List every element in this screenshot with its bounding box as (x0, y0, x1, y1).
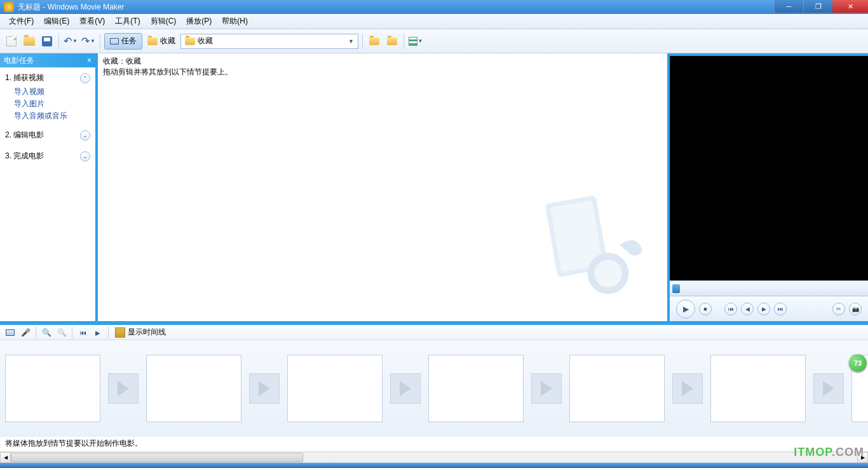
next-clip-button[interactable]: ⏭ (774, 303, 787, 315)
show-timeline-label: 显示时间线 (128, 327, 166, 338)
task-section-title: 2. 编辑电影 (5, 130, 44, 141)
clip-placeholder[interactable] (569, 355, 665, 422)
play-storyboard-button[interactable] (92, 326, 104, 339)
task-section-capture: 1. 捕获视频 ⌃ 导入视频 导入图片 导入音频或音乐 (0, 67, 95, 125)
collections-toggle-button[interactable]: 收藏 (145, 36, 178, 46)
play-button[interactable]: ▶ (676, 299, 695, 319)
task-import-picture[interactable]: 导入图片 (14, 98, 90, 110)
menu-file[interactable]: 文件(F) (4, 15, 39, 28)
svg-point-3 (594, 259, 621, 287)
next-frame-button[interactable]: ▶ (757, 303, 770, 315)
close-button[interactable]: ✕ (832, 0, 868, 13)
collection-hint: 拖动剪辑并将其放到以下情节提要上。 (98, 67, 667, 80)
up-level-button[interactable] (367, 34, 382, 49)
transition-placeholder[interactable] (672, 373, 703, 404)
menu-clip[interactable]: 剪辑(C) (146, 15, 182, 28)
seek-bar[interactable] (670, 280, 868, 296)
collection-dropdown[interactable]: 收藏 ▼ (180, 34, 358, 49)
rewind-icon (79, 328, 86, 337)
transition-placeholder[interactable] (108, 373, 139, 404)
tasks-toggle-button[interactable]: 任务 (104, 33, 142, 50)
clip-placeholder[interactable] (146, 355, 241, 422)
task-section-header[interactable]: 1. 捕获视频 ⌃ (5, 70, 90, 86)
task-section-header[interactable]: 3. 完成电影 ⌄ (5, 148, 90, 164)
view-mode-button[interactable]: ▼ (408, 34, 423, 49)
prev-frame-button[interactable]: ◀ (741, 303, 754, 315)
clip-placeholder[interactable] (710, 355, 806, 422)
save-icon (42, 36, 52, 46)
redo-icon (81, 35, 90, 47)
prev-clip-button[interactable]: ⏮ (724, 303, 737, 315)
split-clip-button[interactable]: ✂ (832, 303, 845, 315)
collection-pane: 收藏：收藏 拖动剪辑并将其放到以下情节提要上。 (95, 53, 667, 321)
task-section-header[interactable]: 2. 编辑电影 ⌄ (5, 127, 90, 143)
windows-taskbar (0, 463, 868, 468)
main-content: 电影任务 × 1. 捕获视频 ⌃ 导入视频 导入图片 导入音频或音乐 2. 编辑… (0, 53, 868, 321)
folder-new-icon (387, 38, 397, 45)
save-button[interactable] (39, 34, 55, 49)
task-section-edit: 2. 编辑电影 ⌄ (0, 125, 95, 146)
menu-play[interactable]: 播放(P) (181, 15, 217, 28)
transition-placeholder[interactable] (390, 373, 421, 404)
expand-icon: ⌄ (80, 130, 90, 141)
dropdown-arrow-icon: ▼ (348, 38, 354, 45)
menu-tools[interactable]: 工具(T) (110, 15, 145, 28)
task-import-audio[interactable]: 导入音频或音乐 (14, 110, 90, 122)
play-icon (541, 381, 552, 396)
storyboard-toggle-button[interactable] (4, 326, 17, 339)
notification-badge[interactable]: 73 (849, 354, 867, 372)
play-icon (118, 381, 129, 396)
close-pane-button[interactable]: × (87, 56, 92, 65)
expand-icon: ⌄ (80, 151, 90, 162)
transition-placeholder[interactable] (813, 373, 844, 404)
task-import-video[interactable]: 导入视频 (14, 86, 90, 98)
transition-placeholder[interactable] (249, 373, 280, 404)
show-timeline-button[interactable]: 显示时间线 (112, 327, 168, 338)
open-button[interactable] (22, 34, 37, 49)
film-reel-icon (534, 188, 648, 302)
watermark-text: ITMOP.COM (794, 446, 864, 458)
toolbar: ▼ ▼ 任务 收藏 收藏 ▼ ▼ (0, 29, 868, 53)
transition-placeholder[interactable] (531, 373, 562, 404)
folder-up-icon (369, 38, 379, 45)
stop-button[interactable]: ■ (699, 303, 712, 315)
play-icon (400, 381, 411, 396)
storyboard-toolbar: 🎤 显示时间线 (0, 325, 868, 340)
redo-button[interactable]: ▼ (81, 34, 96, 49)
narrate-button[interactable]: 🎤 (19, 326, 32, 339)
menu-view[interactable]: 查看(V) (74, 15, 110, 28)
rewind-button[interactable] (76, 326, 89, 339)
zoom-out-button[interactable] (55, 326, 68, 339)
menu-edit[interactable]: 编辑(E) (39, 15, 74, 28)
scroll-track[interactable] (11, 452, 857, 463)
panel-icon (6, 329, 15, 336)
tasks-label: 任务 (121, 36, 137, 46)
scroll-left-button[interactable]: ◀ (0, 452, 11, 463)
menu-help[interactable]: 帮助(H) (217, 15, 253, 28)
zoom-in-button[interactable] (40, 326, 53, 339)
watermark: ITMOP.COM (794, 446, 864, 459)
tasks-icon (110, 38, 119, 45)
new-folder-button[interactable] (384, 34, 400, 49)
storyboard[interactable] (0, 340, 868, 437)
minimize-button[interactable]: ─ (774, 0, 803, 13)
clip-placeholder[interactable] (5, 355, 100, 422)
take-picture-button[interactable]: 📷 (849, 303, 862, 315)
scroll-thumb[interactable] (11, 453, 303, 462)
new-button[interactable] (4, 34, 19, 49)
preview-pane: ▶ ■ ⏮ ◀ ▶ ⏭ ✂ 📷 (667, 53, 868, 321)
collapse-icon: ⌃ (80, 73, 90, 83)
task-section-title: 1. 捕获视频 (5, 72, 44, 83)
folder-icon (185, 38, 195, 45)
clip-placeholder[interactable] (428, 355, 524, 422)
undo-icon (64, 35, 72, 47)
seek-thumb[interactable] (672, 284, 680, 293)
playback-controls: ▶ ■ ⏮ ◀ ▶ ⏭ ✂ 📷 (670, 296, 868, 321)
app-icon (4, 2, 14, 12)
undo-button[interactable]: ▼ (63, 34, 78, 49)
maximize-button[interactable]: ❐ (803, 0, 832, 13)
clip-placeholder[interactable] (287, 355, 383, 422)
play-icon (259, 381, 270, 396)
new-icon (6, 36, 17, 46)
horizontal-scrollbar[interactable]: ◀ ▶ (0, 451, 868, 462)
